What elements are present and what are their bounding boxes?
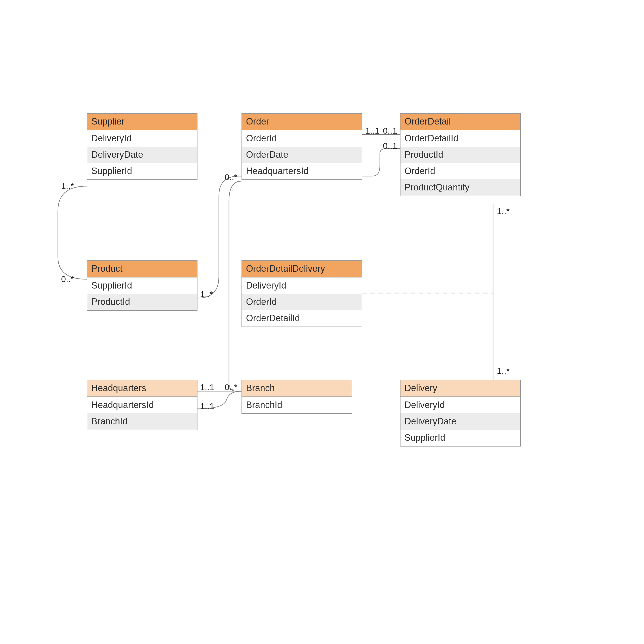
attr: ProductId [87,294,197,310]
edge-order-headquarters [229,181,241,391]
attr: BranchId [242,397,352,413]
entity-title: Supplier [87,114,197,130]
attr: DeliveryId [87,130,197,147]
multiplicity-label: 1..1 [200,401,214,411]
attr: DeliveryDate [400,413,520,430]
entity-title: Branch [242,380,352,397]
entity-title: Headquarters [87,380,197,397]
attr: OrderId [242,130,362,147]
attr: OrderDetailId [242,310,362,327]
attr: SupplierId [400,430,520,446]
entity-title: OrderDetailDelivery [242,261,362,277]
attr: DeliveryId [400,397,520,413]
entity-order: Order OrderId OrderDate HeadquartersId [241,113,362,180]
entity-title: Delivery [400,380,520,397]
multiplicity-label: 1..1 [365,126,380,136]
attr: ProductId [400,147,520,163]
multiplicity-label: 0..1 [383,126,397,136]
attr: SupplierId [87,163,197,179]
attr: OrderDetailId [400,130,520,147]
er-diagram-canvas: Supplier DeliveryId DeliveryDate Supplie… [0,0,644,644]
attr: HeadquartersId [87,397,197,413]
attr: DeliveryDate [87,147,197,163]
entity-supplier: Supplier DeliveryId DeliveryDate Supplie… [87,113,197,180]
multiplicity-label: 0..1 [383,141,397,151]
multiplicity-label: 1..* [497,206,510,216]
entity-delivery: Delivery DeliveryId DeliveryDate Supplie… [400,380,521,447]
edge-supplier-product [58,186,87,279]
attr: OrderId [242,294,362,310]
entity-headquarters: Headquarters HeadquartersId BranchId [87,380,197,430]
attr: HeadquartersId [242,163,362,179]
multiplicity-label: 1..1 [200,382,214,392]
entity-title: Order [242,114,362,130]
attr: OrderDate [242,147,362,163]
entity-branch: Branch BranchId [241,380,352,414]
multiplicity-label: 1..* [497,366,510,376]
multiplicity-label: 1..* [61,181,74,191]
multiplicity-label: 0..* [61,274,74,284]
entity-product: Product SupplierId ProductId [87,260,197,311]
multiplicity-label: 0..* [225,172,237,182]
entity-orderdetail: OrderDetail OrderDetailId ProductId Orde… [400,113,521,196]
attr: BranchId [87,413,197,430]
multiplicity-label: 0..* [225,382,237,392]
multiplicity-label: 1..* [200,289,213,299]
entity-orderdetaildelivery: OrderDetailDelivery DeliveryId OrderId O… [241,260,362,327]
attr: DeliveryId [242,277,362,294]
entity-title: OrderDetail [400,114,520,130]
attr: SupplierId [87,277,197,294]
entity-title: Product [87,261,197,277]
attr: OrderId [400,163,520,179]
attr: ProductQuantity [400,179,520,196]
